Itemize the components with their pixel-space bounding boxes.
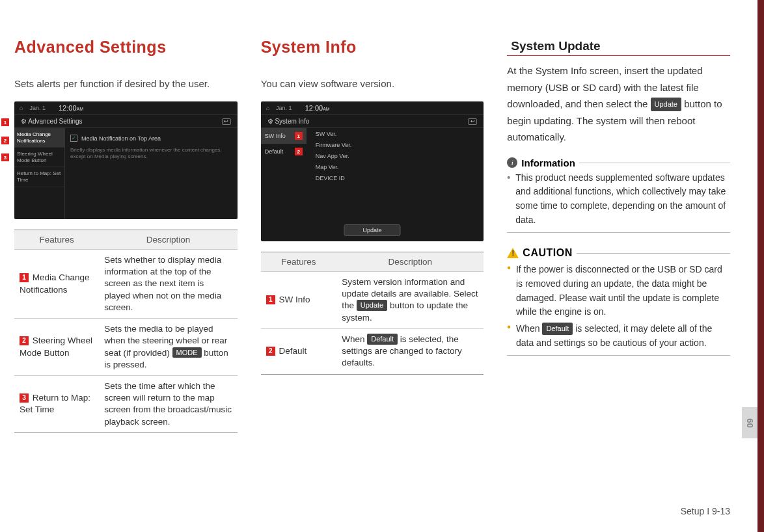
gear-icon: ⚙ <box>21 118 27 125</box>
table-row: 2 Default <box>261 328 337 374</box>
caution-bullet-1: If the power is disconnected or the USB … <box>516 263 730 319</box>
table-header-features: Features <box>14 230 99 250</box>
bullet-icon: • <box>507 322 511 350</box>
caution-bullet-2: When Default is selected, it may delete … <box>516 322 730 350</box>
column-system-update: System Update At the System Info screen,… <box>507 38 730 433</box>
back-icon: ↩ <box>468 118 477 125</box>
mode-button-chip: MODE <box>172 347 202 358</box>
subheading-system-update: System Update <box>507 39 730 56</box>
feature-name-1: Media Change Notifications <box>20 273 90 294</box>
default-button-chip: Default <box>367 334 398 345</box>
screenshot-update-button: Update <box>344 224 400 236</box>
info-icon: i <box>507 157 517 168</box>
home-icon: ⌂ <box>266 105 269 111</box>
table-row: 2 Steering Wheel Mode Button <box>14 319 99 376</box>
column-system-info: System Info You can view software versio… <box>261 38 484 433</box>
table-row: 1 Media Change Notifications <box>14 250 99 319</box>
info-line: DEVICE ID <box>316 175 479 181</box>
bullet-icon: • <box>507 171 510 228</box>
feature-desc-3: Sets the time after which the screen wil… <box>99 375 237 432</box>
caution-list: •If the power is disconnected or the USB… <box>507 263 730 350</box>
column-advanced-settings: Advanced Settings Sets alerts per functi… <box>14 38 238 433</box>
heading-advanced-settings: Advanced Settings <box>14 38 238 57</box>
screenshot-side-item-2: Steering Wheel Mode Button <box>14 148 64 167</box>
table-row: 3 Return to Map: Set Time <box>14 375 99 432</box>
page-edge-stripe <box>757 0 764 532</box>
information-bullet-text: This product needs supplemented software… <box>515 171 730 228</box>
callout-badge-2: 2 <box>295 148 303 155</box>
screenshot-advanced-settings: 1 2 3 ⌂ Jan. 1 12:00AM ⚙ Advanced Settin… <box>14 101 238 219</box>
info-line: SW Ver. <box>316 131 479 137</box>
divider <box>579 163 730 163</box>
screenshot2-date: Jan. 1 <box>276 105 292 111</box>
list-item: •When Default is selected, it may delete… <box>507 322 730 350</box>
default-button-chip: Default <box>542 323 573 335</box>
callout-badge-1: 1 <box>295 132 303 140</box>
screenshot-side-item-1: Media Change Notifications <box>14 128 64 148</box>
screenshot2-ampm: AM <box>323 107 330 111</box>
screenshot-system-info: ⌂ Jan. 1 12:00AM ⚙ System Info ↩ SW Info… <box>261 101 484 241</box>
system-update-body: At the System Info screen, insert the up… <box>507 62 730 146</box>
screenshot-time: 12:00 <box>59 104 77 112</box>
table-system-info: Features Description 1 SW Info System ve… <box>261 252 484 375</box>
update-button-chip: Update <box>651 98 681 111</box>
feature2-name-1: SW Info <box>279 295 310 304</box>
section-tab-number: 09 <box>745 418 755 427</box>
divider <box>507 232 730 233</box>
info-line: Map Ver. <box>316 164 479 170</box>
information-title: Information <box>521 157 575 168</box>
gear-icon: ⚙ <box>267 118 273 125</box>
screenshot-tab-swinfo: SW Info1 <box>261 128 307 144</box>
information-list: •This product needs supplemented softwar… <box>507 171 730 228</box>
list-item: •This product needs supplemented softwar… <box>507 171 730 228</box>
caution-heading: CAUTION <box>507 247 730 259</box>
back-icon: ↩ <box>222 118 231 125</box>
screenshot-check-label: Media Notification on Top Area <box>81 135 161 142</box>
screenshot-ampm: AM <box>77 107 84 111</box>
information-heading: i Information <box>507 157 730 168</box>
divider <box>577 253 730 254</box>
intro-system-info: You can view software version. <box>261 75 484 92</box>
feature2-name-2: Default <box>279 346 307 356</box>
caution-icon <box>507 248 519 258</box>
list-item: •If the power is disconnected or the USB… <box>507 263 730 319</box>
info-line: Firmware Ver. <box>316 142 479 148</box>
callout-badge-3: 3 <box>1 153 9 161</box>
screenshot2-title: System Info <box>275 118 309 125</box>
row-badge-1: 1 <box>20 273 29 282</box>
caution-title: CAUTION <box>523 247 572 259</box>
divider <box>507 355 730 356</box>
feature-name-3: Return to Map: Set Time <box>20 393 90 414</box>
row-badge-3: 3 <box>20 393 29 403</box>
table-header-description: Description <box>99 230 237 250</box>
table-row: 1 SW Info <box>261 272 337 329</box>
screenshot-side-item-3: Return to Map: Set Time <box>14 167 64 187</box>
callout-badge-2: 2 <box>1 137 9 144</box>
screenshot2-time: 12:00 <box>305 104 323 112</box>
feature2-desc-2: When Default is selected, the settings a… <box>336 328 484 374</box>
callout-badge-1: 1 <box>1 118 9 126</box>
page-footer: Setup I 9-13 <box>681 506 730 516</box>
screenshot-description: Briefly displays media information whene… <box>70 144 232 161</box>
screenshot-tab-default: Default2 <box>261 144 307 159</box>
home-icon: ⌂ <box>20 105 23 111</box>
checkbox-icon: ✓ <box>70 135 77 142</box>
feature-name-2: Steering Wheel Mode Button <box>20 336 92 357</box>
table2-header-features: Features <box>261 252 337 272</box>
heading-system-info: System Info <box>261 38 484 57</box>
screenshot-statusbar: ⌂ Jan. 1 12:00AM <box>14 101 238 115</box>
feature-desc-2: Sets the media to be played when the ste… <box>99 319 237 376</box>
feature2-desc-1: System version information and update de… <box>336 272 484 329</box>
row-badge-1: 1 <box>266 295 275 304</box>
update-button-chip: Update <box>357 300 387 311</box>
feature-desc-1: Sets whether to display media informatio… <box>99 250 237 319</box>
row-badge-2: 2 <box>266 347 275 356</box>
info-line: Nav App Ver. <box>316 153 479 159</box>
bullet-icon: • <box>507 263 511 319</box>
screenshot-title: Advanced Settings <box>28 118 82 125</box>
row-badge-2: 2 <box>20 336 29 345</box>
intro-advanced-settings: Sets alerts per function if desired by t… <box>14 75 238 92</box>
table2-header-description: Description <box>336 252 484 272</box>
section-tab: 09 <box>742 407 757 438</box>
screenshot2-statusbar: ⌂ Jan. 1 12:00AM <box>261 101 484 115</box>
